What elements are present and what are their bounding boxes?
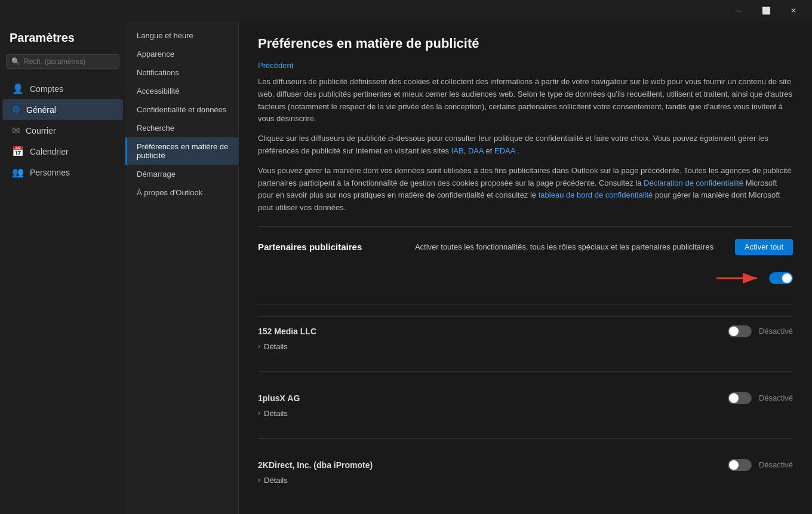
menu-item-confidentialite[interactable]: Confidentialité et données — [125, 100, 238, 119]
main-toggle-row — [258, 264, 793, 292]
partner-entry-1: 1plusX AG Désactivé › Détails — [258, 384, 793, 426]
partner-status-1: Désactivé — [759, 393, 793, 402]
close-button[interactable]: ✕ — [780, 0, 807, 21]
partner-details-1[interactable]: › Détails — [258, 409, 793, 418]
partner-header-row-0: 152 Media LLC Désactivé — [258, 325, 793, 337]
partner-header-row-2: 2KDirect, Inc. (dba iPromote) Désactivé — [258, 459, 793, 471]
partner-status-0: Désactivé — [759, 327, 793, 336]
partner-toggle-0[interactable] — [728, 325, 752, 337]
partner-details-0[interactable]: › Détails — [258, 342, 793, 351]
app-title: Paramètres — [0, 31, 125, 54]
details-label-1: Détails — [264, 409, 288, 418]
sidebar-item-general[interactable]: ⚙ Général — [2, 99, 123, 120]
search-icon: 🔍 — [11, 57, 20, 66]
sidebar-item-label: Calendrier — [30, 147, 69, 156]
sidebar-item-personnes[interactable]: 👥 Personnes — [2, 162, 123, 183]
partner-name-0: 152 Media LLC — [258, 327, 316, 336]
sidebar-item-courrier[interactable]: ✉ Courrier — [2, 120, 123, 141]
partner-details-2[interactable]: › Détails — [258, 476, 793, 485]
partners-title: Partenaires publicitaires — [258, 242, 362, 252]
app-container: Paramètres 🔍 👤 Comptes ⚙ Général ✉ Courr… — [0, 21, 812, 514]
partner-name-1: 1plusX AG — [258, 393, 300, 403]
menu-item-apropos[interactable]: À propos d'Outlook — [125, 183, 238, 202]
partner-header-row-1: 1plusX AG Désactivé — [258, 392, 793, 404]
sidebar-item-label: Personnes — [30, 168, 70, 177]
desc2-suffix: . — [517, 146, 519, 155]
partner-toggle-1[interactable] — [728, 392, 752, 404]
description-1: Les diffuseurs de publicité définissent … — [258, 76, 793, 125]
search-input[interactable] — [24, 57, 114, 66]
link-privacy-dashboard[interactable]: tableau de bord de confidentialité — [539, 190, 653, 199]
details-label-2: Détails — [264, 476, 288, 485]
menu-item-langue[interactable]: Langue et heure — [125, 26, 238, 45]
partner-right-2: Désactivé — [728, 459, 793, 471]
description-2: Cliquez sur les diffuseurs de publicité … — [258, 133, 793, 158]
divider-1 — [258, 226, 793, 227]
partner-status-2: Désactivé — [759, 460, 793, 469]
titlebar: — ⬜ ✕ — [0, 0, 812, 21]
description-3: Vous pouvez gérer la manière dont vos do… — [258, 165, 793, 214]
divider-3 — [258, 371, 793, 372]
details-label-0: Détails — [264, 342, 288, 351]
partners-header: Partenaires publicitaires Activer toutes… — [258, 239, 793, 255]
sidebar-item-label: Courrier — [26, 126, 56, 136]
partner-toggle-2[interactable] — [728, 459, 752, 471]
sidebar-item-calendrier[interactable]: 📅 Calendrier — [2, 141, 123, 162]
back-link[interactable]: Précédent — [258, 61, 793, 70]
partner-entry-0: 152 Media LLC Désactivé › Détails — [258, 316, 793, 359]
page-title: Préférences en matière de publicité — [258, 36, 793, 51]
search-box[interactable]: 🔍 — [6, 54, 119, 69]
menu-item-accessibilite[interactable]: Accessibilité — [125, 82, 238, 100]
desc2-et: et — [486, 146, 494, 155]
sidebar-item-label: Général — [26, 105, 56, 115]
partner-name-2: 2KDirect, Inc. (dba iPromote) — [258, 460, 373, 470]
chevron-right-icon: › — [258, 342, 260, 350]
menu-item-apparence[interactable]: Apparence — [125, 45, 238, 63]
gear-icon: ⚙ — [12, 104, 20, 115]
partner-right-0: Désactivé — [728, 325, 793, 337]
settings-menu: Langue et heure Apparence Notifications … — [125, 21, 239, 514]
left-nav: Paramètres 🔍 👤 Comptes ⚙ Général ✉ Courr… — [0, 21, 125, 514]
link-privacy-statement[interactable]: Déclaration de confidentialité — [644, 178, 743, 187]
person-icon: 👤 — [12, 83, 24, 94]
divider-2 — [258, 304, 793, 304]
calendar-icon: 📅 — [12, 146, 24, 157]
link-iab[interactable]: IAB — [451, 146, 464, 155]
link-edaa[interactable]: EDAA — [494, 146, 515, 155]
people-icon: 👥 — [12, 167, 24, 178]
activate-all-button[interactable]: Activer tout — [735, 239, 793, 255]
menu-item-recherche[interactable]: Recherche — [125, 119, 238, 137]
mail-icon: ✉ — [12, 125, 20, 136]
sidebar-item-comptes[interactable]: 👤 Comptes — [2, 78, 123, 99]
divider-4 — [258, 438, 793, 439]
menu-item-demarrage[interactable]: Démarrage — [125, 165, 238, 183]
partner-entry-2: 2KDirect, Inc. (dba iPromote) Désactivé … — [258, 451, 793, 493]
activate-row-label: Activer toutes les fonctionnalités, tous… — [401, 242, 728, 251]
arrow-indicator — [716, 269, 764, 287]
sidebar-item-label: Comptes — [30, 84, 63, 94]
chevron-right-icon-2: › — [258, 476, 260, 484]
main-content: Préférences en matière de publicité Préc… — [239, 21, 812, 514]
link-daa[interactable]: DAA — [468, 146, 484, 155]
menu-item-preferences[interactable]: Préférences en matière de publicité — [125, 137, 238, 165]
menu-item-notifications[interactable]: Notifications — [125, 63, 238, 82]
main-toggle-switch[interactable] — [769, 272, 793, 284]
chevron-right-icon-1: › — [258, 409, 260, 417]
minimize-button[interactable]: — — [725, 0, 752, 21]
partner-right-1: Désactivé — [728, 392, 793, 404]
restore-button[interactable]: ⬜ — [752, 0, 780, 21]
